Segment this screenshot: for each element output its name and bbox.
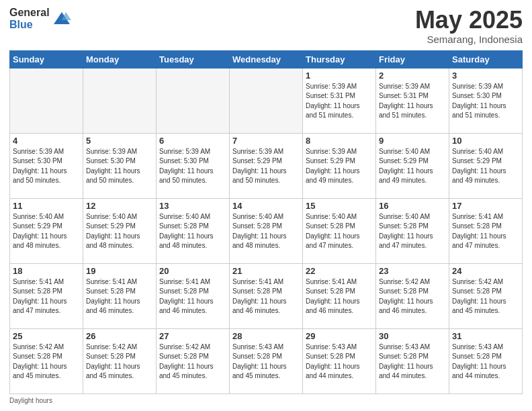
day-number: 7 (232, 136, 300, 146)
day-number: 22 (306, 266, 373, 276)
calendar-week-3: 11Sunrise: 5:40 AMSunset: 5:29 PMDayligh… (10, 198, 523, 263)
calendar-cell: 25Sunrise: 5:42 AMSunset: 5:28 PMDayligh… (10, 328, 83, 394)
calendar-cell: 17Sunrise: 5:41 AMSunset: 5:28 PMDayligh… (449, 198, 523, 263)
day-number: 30 (379, 331, 446, 341)
day-info: Sunrise: 5:39 AMSunset: 5:31 PMDaylight:… (379, 82, 446, 121)
day-info: Sunrise: 5:40 AMSunset: 5:29 PMDaylight:… (86, 212, 153, 251)
main-title: May 2025 (415, 7, 523, 34)
day-number: 27 (159, 331, 226, 341)
day-number: 26 (86, 331, 153, 341)
day-info: Sunrise: 5:42 AMSunset: 5:28 PMDaylight:… (86, 342, 153, 381)
day-info: Sunrise: 5:39 AMSunset: 5:30 PMDaylight:… (452, 82, 519, 121)
day-info: Sunrise: 5:43 AMSunset: 5:28 PMDaylight:… (379, 342, 446, 381)
calendar-cell: 29Sunrise: 5:43 AMSunset: 5:28 PMDayligh… (303, 328, 376, 394)
day-number: 15 (306, 201, 373, 211)
day-info: Sunrise: 5:40 AMSunset: 5:28 PMDaylight:… (232, 212, 300, 251)
calendar-cell: 5Sunrise: 5:39 AMSunset: 5:30 PMDaylight… (83, 133, 157, 198)
calendar-cell: 27Sunrise: 5:42 AMSunset: 5:28 PMDayligh… (157, 328, 230, 394)
calendar-cell: 16Sunrise: 5:40 AMSunset: 5:28 PMDayligh… (376, 198, 449, 263)
day-info: Sunrise: 5:42 AMSunset: 5:28 PMDaylight:… (379, 277, 446, 316)
calendar-cell: 15Sunrise: 5:40 AMSunset: 5:28 PMDayligh… (303, 198, 376, 263)
calendar-cell: 11Sunrise: 5:40 AMSunset: 5:29 PMDayligh… (10, 198, 83, 263)
logo-blue: Blue (9, 19, 50, 31)
logo-text: General Blue (9, 7, 50, 30)
day-info: Sunrise: 5:41 AMSunset: 5:28 PMDaylight:… (159, 277, 226, 316)
calendar-cell: 22Sunrise: 5:41 AMSunset: 5:28 PMDayligh… (303, 263, 376, 328)
calendar-cell: 19Sunrise: 5:41 AMSunset: 5:28 PMDayligh… (83, 263, 157, 328)
day-number: 4 (13, 136, 80, 146)
calendar-cell: 28Sunrise: 5:43 AMSunset: 5:28 PMDayligh… (230, 328, 303, 394)
day-info: Sunrise: 5:43 AMSunset: 5:28 PMDaylight:… (452, 342, 519, 381)
day-number: 19 (86, 266, 153, 276)
day-number: 24 (452, 266, 519, 276)
day-info: Sunrise: 5:41 AMSunset: 5:28 PMDaylight:… (232, 277, 300, 316)
calendar-cell: 3Sunrise: 5:39 AMSunset: 5:30 PMDaylight… (449, 68, 523, 133)
day-info: Sunrise: 5:41 AMSunset: 5:28 PMDaylight:… (306, 277, 373, 316)
day-number: 8 (306, 136, 373, 146)
day-number: 14 (232, 201, 300, 211)
day-info: Sunrise: 5:40 AMSunset: 5:29 PMDaylight:… (379, 147, 446, 186)
day-info: Sunrise: 5:39 AMSunset: 5:30 PMDaylight:… (13, 147, 80, 186)
calendar-cell: 30Sunrise: 5:43 AMSunset: 5:28 PMDayligh… (376, 328, 449, 394)
calendar-cell: 7Sunrise: 5:39 AMSunset: 5:29 PMDaylight… (230, 133, 303, 198)
day-info: Sunrise: 5:39 AMSunset: 5:29 PMDaylight:… (232, 147, 300, 186)
calendar-cell: 13Sunrise: 5:40 AMSunset: 5:28 PMDayligh… (157, 198, 230, 263)
calendar-week-4: 18Sunrise: 5:41 AMSunset: 5:28 PMDayligh… (10, 263, 523, 328)
day-info: Sunrise: 5:40 AMSunset: 5:28 PMDaylight:… (306, 212, 373, 251)
day-number: 9 (379, 136, 446, 146)
day-info: Sunrise: 5:39 AMSunset: 5:29 PMDaylight:… (306, 147, 373, 186)
calendar-table: SundayMondayTuesdayWednesdayThursdayFrid… (9, 50, 523, 394)
calendar-week-1: 1Sunrise: 5:39 AMSunset: 5:31 PMDaylight… (10, 68, 523, 133)
calendar-header-row: SundayMondayTuesdayWednesdayThursdayFrid… (10, 50, 523, 68)
calendar-cell: 8Sunrise: 5:39 AMSunset: 5:29 PMDaylight… (303, 133, 376, 198)
calendar-cell: 23Sunrise: 5:42 AMSunset: 5:28 PMDayligh… (376, 263, 449, 328)
day-info: Sunrise: 5:41 AMSunset: 5:28 PMDaylight:… (452, 212, 519, 251)
calendar-cell: 6Sunrise: 5:39 AMSunset: 5:30 PMDaylight… (157, 133, 230, 198)
day-number: 21 (232, 266, 300, 276)
col-header-sunday: Sunday (10, 50, 83, 68)
col-header-saturday: Saturday (449, 50, 523, 68)
day-number: 29 (306, 331, 373, 341)
calendar-cell: 1Sunrise: 5:39 AMSunset: 5:31 PMDaylight… (303, 68, 376, 133)
calendar-cell: 31Sunrise: 5:43 AMSunset: 5:28 PMDayligh… (449, 328, 523, 394)
calendar-cell: 24Sunrise: 5:42 AMSunset: 5:28 PMDayligh… (449, 263, 523, 328)
day-info: Sunrise: 5:43 AMSunset: 5:28 PMDaylight:… (232, 342, 300, 381)
calendar-cell: 20Sunrise: 5:41 AMSunset: 5:28 PMDayligh… (157, 263, 230, 328)
day-info: Sunrise: 5:43 AMSunset: 5:28 PMDaylight:… (306, 342, 373, 381)
page: General Blue May 2025 Semarang, Indonesi… (0, 0, 532, 411)
calendar-week-5: 25Sunrise: 5:42 AMSunset: 5:28 PMDayligh… (10, 328, 523, 394)
calendar-cell: 10Sunrise: 5:40 AMSunset: 5:29 PMDayligh… (449, 133, 523, 198)
day-info: Sunrise: 5:39 AMSunset: 5:31 PMDaylight:… (306, 82, 373, 121)
day-number: 1 (306, 71, 373, 81)
day-info: Sunrise: 5:41 AMSunset: 5:28 PMDaylight:… (13, 277, 80, 316)
day-number: 6 (159, 136, 226, 146)
footer-note: Daylight hours (9, 397, 523, 404)
calendar-cell: 14Sunrise: 5:40 AMSunset: 5:28 PMDayligh… (230, 198, 303, 263)
day-info: Sunrise: 5:41 AMSunset: 5:28 PMDaylight:… (86, 277, 153, 316)
day-number: 10 (452, 136, 519, 146)
logo: General Blue (9, 7, 71, 30)
day-number: 12 (86, 201, 153, 211)
calendar-cell (157, 68, 230, 133)
day-number: 16 (379, 201, 446, 211)
day-info: Sunrise: 5:40 AMSunset: 5:29 PMDaylight:… (13, 212, 80, 251)
calendar-cell: 26Sunrise: 5:42 AMSunset: 5:28 PMDayligh… (83, 328, 157, 394)
day-info: Sunrise: 5:39 AMSunset: 5:30 PMDaylight:… (159, 147, 226, 186)
calendar-cell: 18Sunrise: 5:41 AMSunset: 5:28 PMDayligh… (10, 263, 83, 328)
calendar-cell (83, 68, 157, 133)
logo-general: General (9, 7, 50, 19)
day-number: 31 (452, 331, 519, 341)
calendar-cell: 12Sunrise: 5:40 AMSunset: 5:29 PMDayligh… (83, 198, 157, 263)
calendar-cell: 4Sunrise: 5:39 AMSunset: 5:30 PMDaylight… (10, 133, 83, 198)
day-info: Sunrise: 5:40 AMSunset: 5:28 PMDaylight:… (379, 212, 446, 251)
col-header-tuesday: Tuesday (157, 50, 230, 68)
logo-icon (52, 9, 71, 28)
col-header-friday: Friday (376, 50, 449, 68)
day-number: 18 (13, 266, 80, 276)
calendar-cell (230, 68, 303, 133)
day-number: 2 (379, 71, 446, 81)
col-header-thursday: Thursday (303, 50, 376, 68)
header: General Blue May 2025 Semarang, Indonesi… (9, 7, 523, 45)
day-number: 23 (379, 266, 446, 276)
daylight-hours-label: Daylight hours (9, 397, 52, 404)
